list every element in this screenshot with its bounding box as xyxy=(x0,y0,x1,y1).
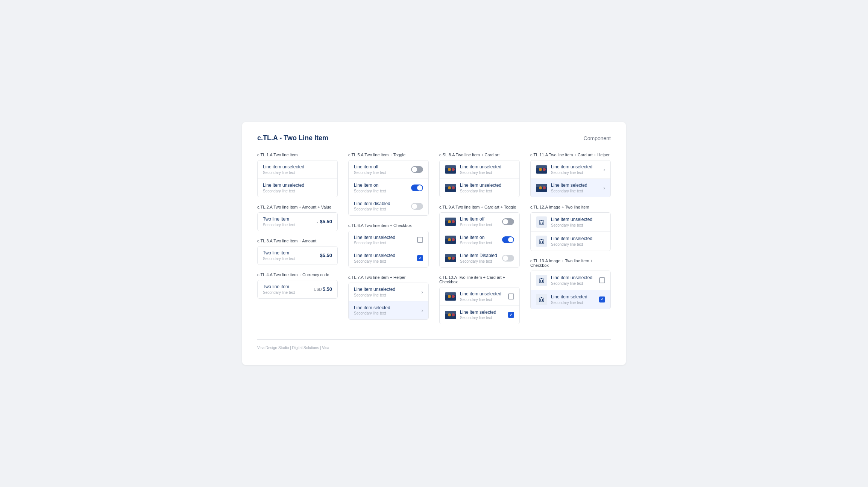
item-secondary: Secondary line text xyxy=(460,298,508,302)
svg-rect-20 xyxy=(542,299,543,300)
building-icon xyxy=(536,275,547,286)
currency-code: USD xyxy=(314,287,322,292)
item-text: Two line item Secondary line text xyxy=(263,284,314,295)
list-item[interactable]: Line item unselected Secondary line text xyxy=(440,287,519,306)
sections-grid: c.TL.1.A Two line item Line item unselec… xyxy=(257,153,611,324)
list-item[interactable]: Line item unselected Secondary line text… xyxy=(531,160,610,179)
circle-orange xyxy=(543,168,546,171)
item-secondary: Secondary line text xyxy=(354,241,417,245)
item-secondary: Secondary line text xyxy=(460,223,502,227)
checkbox-checked[interactable] xyxy=(599,296,605,302)
list-item[interactable]: Line item unselected Secondary line text… xyxy=(349,283,428,301)
building-icon xyxy=(536,216,547,228)
list-item[interactable]: Line item off Secondary line text xyxy=(349,160,428,179)
item-secondary: Secondary line text xyxy=(354,293,421,297)
building-icon xyxy=(536,294,547,305)
item-primary: Line item unselected xyxy=(263,183,332,189)
item-primary: Line item off xyxy=(354,164,411,170)
list-item[interactable]: Line item unselected Secondary line text xyxy=(349,231,428,250)
list-item[interactable]: Line item unselected Secondary line text xyxy=(440,160,519,179)
list-item[interactable]: Line item unselected Secondary line text xyxy=(258,160,337,179)
list-item[interactable]: Line item unselected Secondary line text xyxy=(440,179,519,197)
section-title-ctl2: c.TL.2.A Two line item + Amount + Value xyxy=(257,205,338,209)
list-item[interactable]: Line item unselected Secondary line text xyxy=(258,179,337,197)
section-title-ctl9: c.TL.9.A Two line item + Card art + Togg… xyxy=(439,205,520,209)
list-item[interactable]: Line item on Secondary line text xyxy=(440,231,519,250)
item-text: Line item off Secondary line text xyxy=(354,164,411,175)
list-item[interactable]: Two line item Secondary line text USD5.5… xyxy=(258,280,337,298)
circle-gold xyxy=(448,220,451,223)
item-primary: Line item selected xyxy=(460,310,508,316)
list-item[interactable]: Line item disabled Secondary line text xyxy=(349,197,428,215)
section-title-ctl4: c.TL.4.A Two line item + Currency code xyxy=(257,272,338,277)
item-text: Line item on Secondary line text xyxy=(460,235,502,245)
toggle-on[interactable] xyxy=(411,185,423,191)
item-secondary: Secondary line text xyxy=(551,189,603,193)
item-primary: Line item on xyxy=(460,235,502,241)
checkbox-unchecked[interactable] xyxy=(417,237,423,243)
svg-rect-0 xyxy=(539,221,544,224)
list-item[interactable]: Two line item Secondary line text $5.50 xyxy=(258,247,337,265)
list-item[interactable]: Two line item Secondary line text - $5.5… xyxy=(258,213,337,231)
checkbox-checked[interactable] xyxy=(508,312,514,318)
checkbox-unchecked[interactable] xyxy=(508,293,514,299)
list-item[interactable]: Line item unselected Secondary line text xyxy=(531,213,610,232)
item-text: Line item unselected Secondary line text xyxy=(354,287,421,297)
amount-prefix: - xyxy=(317,220,319,224)
svg-rect-16 xyxy=(542,281,543,282)
list-item[interactable]: Line item selected Secondary line text xyxy=(440,306,519,324)
item-secondary: Secondary line text xyxy=(551,242,605,247)
card-art-icon xyxy=(445,236,456,244)
item-primary: Line item unselected xyxy=(551,236,605,242)
item-secondary: Secondary line text xyxy=(551,223,605,227)
svg-rect-23 xyxy=(541,297,542,298)
chevron-right-icon: › xyxy=(421,307,423,313)
card-art-icon xyxy=(445,165,456,174)
toggle-on[interactable] xyxy=(502,236,514,243)
list-item[interactable]: Line item unselected Secondary line text xyxy=(349,249,428,267)
item-text: Line item unselected Secondary line text xyxy=(551,217,605,227)
checkbox-unchecked[interactable] xyxy=(599,277,605,283)
section-ctl5: c.TL.5.A Two line item + Toggle Line ite… xyxy=(348,153,429,215)
item-text: Two line item Secondary line text xyxy=(263,216,317,227)
item-primary: Line item unselected xyxy=(354,253,417,259)
list-item-selected[interactable]: Line item selected Secondary line text › xyxy=(531,179,610,197)
chevron-right-icon: › xyxy=(421,289,423,295)
list-item[interactable]: Line item unselected Secondary line text xyxy=(531,232,610,251)
item-text: Line item unselected Secondary line text xyxy=(460,164,514,175)
list-item-selected[interactable]: Line item selected Secondary line text › xyxy=(349,301,428,319)
toggle-off[interactable] xyxy=(502,218,514,225)
list-item[interactable]: Line item Disabled Secondary line text xyxy=(440,249,519,267)
list-item[interactable]: Line item off Secondary line text xyxy=(440,213,519,231)
toggle-off[interactable] xyxy=(411,166,423,173)
item-text: Line item off Secondary line text xyxy=(460,216,502,227)
item-secondary: Secondary line text xyxy=(263,290,314,295)
page-title: c.TL.A - Two Line Item xyxy=(257,134,328,142)
section-title-ctl12: c.TL.12.A Image + Two line item xyxy=(530,205,611,209)
svg-rect-11 xyxy=(541,239,542,240)
list-item[interactable]: Line item on Secondary line text xyxy=(349,179,428,197)
item-secondary: Secondary line text xyxy=(354,207,411,211)
card-ctl1: Line item unselected Secondary line text… xyxy=(257,160,338,197)
list-item-selected[interactable]: Line item selected Secondary line text xyxy=(531,290,610,309)
item-text: Line item selected Secondary line text xyxy=(551,183,603,193)
svg-rect-13 xyxy=(540,280,541,281)
card-art-icon xyxy=(445,254,456,262)
circle-gold xyxy=(539,186,542,189)
item-text: Line item Disabled Secondary line text xyxy=(460,253,502,263)
checkbox-checked[interactable] xyxy=(417,255,423,261)
item-secondary: Secondary line text xyxy=(354,259,417,263)
section-csl8: c.SL.8.A Two line item + Card art Line i… xyxy=(439,153,520,197)
item-text: Line item selected Secondary line text xyxy=(551,294,599,305)
item-primary: Line item unselected xyxy=(263,164,332,170)
list-item[interactable]: Line item unselected Secondary line text xyxy=(531,271,610,290)
col-2: c.TL.5.A Two line item + Toggle Line ite… xyxy=(348,153,429,324)
item-text: Line item unselected Secondary line text xyxy=(460,183,514,193)
item-primary: Line item on xyxy=(354,183,411,189)
item-primary: Line item Disabled xyxy=(460,253,502,259)
card-art-icon xyxy=(445,292,456,301)
svg-rect-17 xyxy=(541,278,542,279)
circle-orange xyxy=(543,186,546,189)
svg-rect-9 xyxy=(540,242,541,243)
svg-rect-19 xyxy=(540,299,541,300)
